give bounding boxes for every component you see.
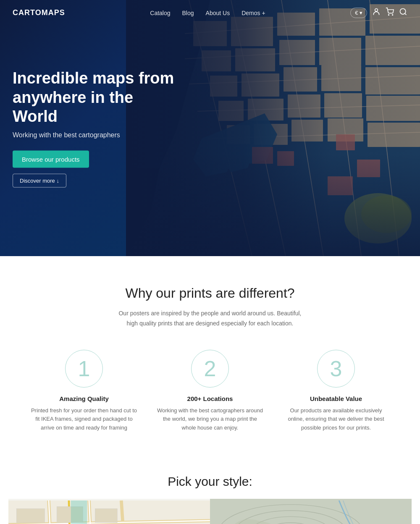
currency-selector[interactable]: € ▾ <box>350 8 367 18</box>
discover-more-button[interactable]: Discover more ↓ <box>13 173 66 187</box>
terrain-map-visual <box>210 499 412 524</box>
feature-locations: 2 200+ Locations Working with the best c… <box>147 350 273 432</box>
why-section: Why our prints are different? Our poster… <box>0 256 420 453</box>
why-description: Our posters are inspired by the people a… <box>116 309 304 329</box>
nav-logo[interactable]: CARTOMAPS <box>13 8 65 17</box>
navigation: CARTOMAPS Catalog Blog About Us Demos + … <box>0 0 420 26</box>
why-title: Why our prints are different? <box>17 286 403 301</box>
svg-point-3 <box>400 9 406 14</box>
feature-desc-1: Printed fresh for your order then hand c… <box>29 406 139 432</box>
feature-number-2: 2 <box>191 350 229 388</box>
nav-right: € ▾ <box>350 8 407 18</box>
hero-title: Incredible maps from anywhere in the Wor… <box>13 69 181 126</box>
nav-about[interactable]: About Us <box>206 10 230 16</box>
pick-title: Pick your style: <box>8 474 412 489</box>
svg-rect-69 <box>16 508 45 523</box>
nav-catalog[interactable]: Catalog <box>150 10 170 16</box>
svg-line-4 <box>405 13 407 15</box>
hero-section: Incredible maps from anywhere in the Wor… <box>0 0 420 256</box>
feature-number-3: 3 <box>317 350 355 388</box>
feature-title-2: 200+ Locations <box>155 395 265 402</box>
account-icon[interactable] <box>372 8 381 18</box>
pick-style-section: Pick your style: <box>0 453 420 524</box>
pick-grid: Street Maps <box>8 499 412 524</box>
svg-point-2 <box>392 15 393 16</box>
nav-demos[interactable]: Demos + <box>242 10 265 16</box>
feature-number-1: 1 <box>65 350 103 388</box>
browse-products-button[interactable]: Browse our products <box>13 150 89 168</box>
feature-value: 3 Unbeatable Value Our products are avai… <box>273 350 399 432</box>
terrain-maps-card[interactable]: Terrain Maps <box>210 499 412 524</box>
features-row: 1 Amazing Quality Printed fresh for your… <box>17 350 403 432</box>
cart-icon[interactable] <box>386 8 394 18</box>
hero-content: Incredible maps from anywhere in the Wor… <box>13 69 181 188</box>
feature-title-1: Amazing Quality <box>29 395 139 402</box>
nav-blog[interactable]: Blog <box>182 10 194 16</box>
feature-desc-3: Our products are available exclusively o… <box>281 406 391 432</box>
feature-quality: 1 Amazing Quality Printed fresh for your… <box>21 350 147 432</box>
hero-subtitle: Working with the best cartographers <box>13 131 181 139</box>
svg-point-1 <box>388 15 389 16</box>
feature-desc-2: Working with the best cartographers arou… <box>155 406 265 432</box>
nav-links: Catalog Blog About Us Demos + <box>150 10 265 16</box>
svg-rect-71 <box>95 508 117 523</box>
svg-point-0 <box>375 9 378 12</box>
street-maps-card[interactable]: Street Maps <box>8 499 210 524</box>
feature-title-3: Unbeatable Value <box>281 395 391 402</box>
search-icon[interactable] <box>399 8 407 18</box>
street-map-visual <box>8 499 210 524</box>
svg-rect-77 <box>71 500 87 524</box>
